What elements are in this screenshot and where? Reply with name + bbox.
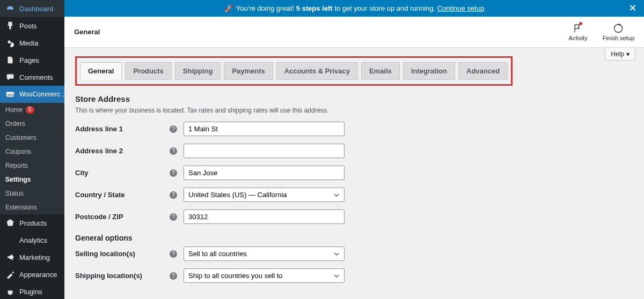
- setup-banner: 🚀 You're doing great! 5 steps left to ge…: [64, 0, 644, 17]
- page-title: General: [74, 28, 100, 36]
- city-label: City: [75, 169, 170, 177]
- tab-products[interactable]: Products: [125, 62, 171, 80]
- sidebar-item-comments[interactable]: Comments: [0, 69, 64, 86]
- postcode-input[interactable]: [184, 210, 345, 224]
- address-line-2-label: Address line 2: [75, 147, 170, 155]
- sidebar-item-woocommerce[interactable]: woo WooCommerce: [0, 86, 64, 103]
- svg-text:woo: woo: [7, 93, 14, 96]
- general-options-heading: General options: [75, 234, 633, 242]
- sidebar-label: Dashboard: [19, 5, 54, 13]
- sidebar-item-plugins[interactable]: Plugins: [0, 283, 64, 299]
- admin-sidebar: Dashboard Posts Media Pages Comments woo…: [0, 0, 64, 299]
- submenu-orders[interactable]: Orders: [0, 117, 64, 131]
- postcode-label: Postcode / ZIP: [75, 213, 170, 221]
- sidebar-label: Marketing: [19, 253, 50, 261]
- tab-advanced[interactable]: Advanced: [458, 62, 508, 80]
- product-icon: [5, 218, 15, 228]
- sidebar-item-pages[interactable]: Pages: [0, 51, 64, 69]
- dashboard-icon: [5, 4, 15, 13]
- shipping-locations-label: Shipping location(s): [75, 272, 170, 280]
- address-line-1-label: Address line 1: [75, 125, 170, 133]
- submenu-settings[interactable]: Settings: [0, 173, 64, 186]
- svg-point-4: [614, 24, 623, 32]
- sidebar-label: Plugins: [19, 288, 42, 296]
- help-icon[interactable]: ?: [170, 169, 177, 177]
- address-line-2-input[interactable]: [184, 144, 345, 158]
- submenu-home[interactable]: Home5: [0, 103, 64, 117]
- selling-locations-select[interactable]: Sell to all countries: [184, 246, 345, 261]
- store-address-heading: Store Address: [75, 94, 633, 103]
- analytics-icon: [5, 235, 15, 245]
- sidebar-label: Comments: [19, 73, 53, 81]
- submenu-customers[interactable]: Customers: [0, 131, 64, 145]
- plugins-icon: [5, 287, 15, 296]
- tab-integration[interactable]: Integration: [403, 62, 455, 80]
- sidebar-item-posts[interactable]: Posts: [0, 17, 64, 34]
- help-icon[interactable]: ?: [170, 272, 177, 280]
- help-tab[interactable]: Help▾: [605, 48, 635, 61]
- submenu-reports[interactable]: Reports: [0, 159, 64, 173]
- appearance-icon: [5, 270, 15, 279]
- help-icon[interactable]: ?: [170, 147, 177, 155]
- settings-tabs: General Products Shipping Payments Accou…: [75, 56, 513, 86]
- finish-setup-button[interactable]: Finish setup: [603, 23, 634, 41]
- sidebar-label: Appearance: [19, 271, 57, 279]
- tab-general[interactable]: General: [80, 62, 122, 80]
- sidebar-label: Posts: [19, 22, 37, 30]
- pages-icon: [5, 55, 15, 65]
- sidebar-item-appearance[interactable]: Appearance: [0, 266, 64, 283]
- store-address-description: This is where your business is located. …: [75, 107, 633, 114]
- country-state-label: Country / State: [75, 191, 170, 199]
- sidebar-item-products[interactable]: Products: [0, 214, 64, 231]
- sidebar-item-analytics[interactable]: Analytics: [0, 231, 64, 249]
- sidebar-label: Products: [19, 219, 47, 227]
- activity-button[interactable]: Activity: [569, 23, 588, 41]
- sidebar-item-marketing[interactable]: Marketing: [0, 249, 64, 266]
- help-icon[interactable]: ?: [170, 213, 177, 221]
- banner-close-button[interactable]: [628, 3, 638, 14]
- selling-locations-label: Selling location(s): [75, 250, 170, 258]
- media-icon: [5, 38, 15, 48]
- submenu-extensions[interactable]: Extensions: [0, 200, 64, 214]
- help-icon[interactable]: ?: [170, 250, 177, 258]
- pin-icon: [5, 21, 15, 31]
- sidebar-label: Analytics: [19, 236, 47, 244]
- badge: 5: [26, 106, 34, 114]
- tab-emails[interactable]: Emails: [361, 62, 400, 80]
- marketing-icon: [5, 252, 15, 262]
- chevron-down-icon: ▾: [626, 50, 630, 58]
- banner-text: You're doing great! 5 steps left to get …: [236, 4, 484, 12]
- shipping-locations-select[interactable]: Ship to all countries you sell to: [184, 268, 345, 283]
- comment-icon: [5, 72, 15, 82]
- svg-point-0: [8, 41, 11, 43]
- tab-shipping[interactable]: Shipping: [175, 62, 221, 80]
- rocket-icon: 🚀: [224, 4, 233, 12]
- sidebar-label: WooCommerce: [19, 91, 64, 98]
- tab-payments[interactable]: Payments: [224, 62, 273, 80]
- submenu-coupons[interactable]: Coupons: [0, 145, 64, 159]
- continue-setup-link[interactable]: Continue setup: [437, 4, 484, 12]
- submenu-status[interactable]: Status: [0, 186, 64, 200]
- city-input[interactable]: [184, 166, 345, 180]
- progress-icon: [613, 23, 624, 34]
- content-area: Help▾ General Products Shipping Payments…: [64, 48, 644, 299]
- help-icon[interactable]: ?: [170, 125, 177, 133]
- woo-icon: woo: [5, 89, 15, 99]
- sidebar-item-media[interactable]: Media: [0, 34, 64, 51]
- sidebar-label: Media: [19, 39, 38, 47]
- sidebar-submenu: Home5 Orders Customers Coupons Reports S…: [0, 103, 64, 214]
- help-icon[interactable]: ?: [170, 191, 177, 199]
- sidebar-item-dashboard[interactable]: Dashboard: [0, 0, 64, 17]
- close-icon: [628, 3, 638, 12]
- sidebar-label: Pages: [19, 56, 39, 64]
- address-line-1-input[interactable]: [184, 122, 345, 136]
- page-header: General Activity Finish setup: [64, 17, 644, 48]
- notification-dot: [579, 22, 582, 25]
- country-state-select[interactable]: United States (US) — California: [184, 188, 345, 202]
- tab-accounts-privacy[interactable]: Accounts & Privacy: [276, 62, 358, 80]
